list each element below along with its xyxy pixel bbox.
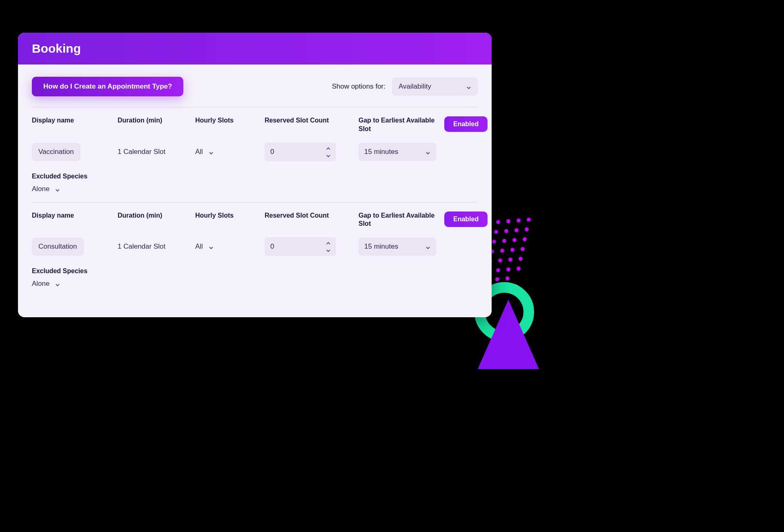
chevron-down-icon [466, 84, 471, 89]
show-options-value: Availability [399, 82, 431, 91]
col-hourly-slots: Hourly Slots [195, 116, 261, 125]
toolbar: How do I Create an Appointment Type? Sho… [32, 77, 478, 96]
gap-value: 15 minutes [364, 243, 398, 251]
svg-point-15 [500, 249, 504, 253]
hourly-slots-select[interactable]: All [195, 243, 214, 251]
chevron-down-icon [425, 244, 430, 249]
svg-point-5 [527, 218, 531, 222]
duration-value: 1 Calendar Slot [118, 148, 165, 156]
appointment-row-0: Display name Duration (min) Hourly Slots… [32, 116, 478, 202]
display-name-chip[interactable]: Vaccination [32, 143, 80, 161]
svg-point-13 [523, 237, 527, 241]
svg-point-6 [494, 230, 498, 234]
divider [32, 107, 478, 107]
svg-point-20 [508, 258, 512, 262]
svg-point-24 [506, 267, 510, 272]
reserved-count-value: 0 [265, 142, 324, 161]
chevron-down-icon [209, 149, 214, 154]
duration-value: 1 Calendar Slot [118, 243, 165, 250]
svg-point-26 [495, 277, 499, 281]
col-duration: Duration (min) [118, 116, 191, 125]
svg-point-19 [498, 258, 502, 263]
svg-point-23 [496, 268, 500, 272]
col-display-name: Display name [32, 211, 114, 220]
hourly-slots-value: All [195, 148, 203, 156]
svg-point-7 [504, 229, 508, 233]
enabled-button[interactable]: Enabled [444, 116, 488, 132]
col-duration: Duration (min) [118, 211, 191, 220]
page-title: Booking [32, 42, 478, 56]
booking-card: Booking How do I Create an Appointment T… [18, 33, 492, 317]
svg-point-8 [514, 228, 519, 232]
chevron-down-icon [55, 281, 60, 286]
reserved-count-value: 0 [265, 237, 324, 256]
svg-point-12 [512, 238, 517, 242]
excluded-species-select[interactable]: Alone [32, 280, 60, 288]
hourly-slots-select[interactable]: All [195, 148, 214, 156]
show-options-select[interactable]: Availability [392, 78, 478, 96]
svg-point-10 [492, 240, 496, 244]
svg-point-3 [506, 219, 510, 223]
hourly-slots-value: All [195, 243, 203, 251]
help-button[interactable]: How do I Create an Appointment Type? [32, 77, 183, 96]
svg-point-4 [517, 218, 521, 223]
divider [32, 202, 478, 203]
col-reserved-count: Reserved Slot Count [265, 211, 354, 220]
reserved-count-stepper[interactable]: 0 [265, 142, 336, 161]
appointment-row-1: Display name Duration (min) Hourly Slots… [32, 211, 478, 297]
gap-select[interactable]: 15 minutes [359, 238, 436, 256]
svg-point-17 [521, 247, 525, 251]
svg-point-11 [502, 239, 506, 243]
display-name-chip[interactable]: Consultation [32, 238, 84, 256]
gap-value: 15 minutes [364, 148, 398, 156]
chevron-down-icon [425, 149, 430, 154]
card-header: Booking [18, 33, 492, 65]
show-options-label: Show options for: [332, 82, 385, 91]
col-gap-earliest: Gap to Earliest Available Slot [359, 116, 440, 134]
stepper-up-icon[interactable] [326, 145, 330, 151]
excluded-species-value: Alone [32, 185, 49, 193]
col-hourly-slots: Hourly Slots [195, 211, 261, 220]
excluded-species-label: Excluded Species [32, 267, 478, 275]
svg-point-9 [525, 227, 529, 231]
excluded-species-label: Excluded Species [32, 173, 478, 180]
svg-point-27 [506, 276, 510, 280]
excluded-species-select[interactable]: Alone [32, 185, 60, 193]
col-reserved-count: Reserved Slot Count [265, 116, 354, 125]
svg-point-16 [510, 248, 514, 252]
gap-select[interactable]: 15 minutes [359, 143, 436, 161]
chevron-down-icon [55, 187, 60, 191]
enabled-button[interactable]: Enabled [444, 211, 488, 227]
col-display-name: Display name [32, 116, 114, 125]
stepper-down-icon[interactable] [326, 247, 330, 254]
chevron-down-icon [209, 244, 214, 249]
excluded-species-value: Alone [32, 280, 49, 288]
stepper-down-icon[interactable] [326, 152, 330, 159]
svg-point-2 [496, 220, 500, 224]
svg-point-25 [517, 267, 521, 271]
reserved-count-stepper[interactable]: 0 [265, 237, 336, 256]
col-gap-earliest: Gap to Earliest Available Slot [359, 211, 440, 229]
svg-point-21 [519, 257, 523, 261]
show-options: Show options for: Availability [332, 78, 478, 96]
stepper-up-icon[interactable] [326, 240, 330, 246]
